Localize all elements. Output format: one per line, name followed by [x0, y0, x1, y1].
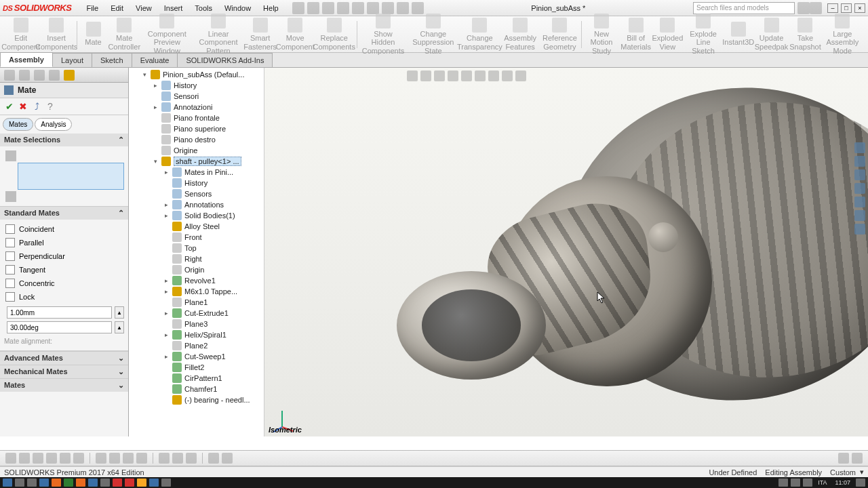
sw-icon[interactable]	[113, 479, 122, 487]
edge-icon[interactable]	[88, 479, 98, 487]
tree-item[interactable]: CirPattern1	[132, 373, 264, 384]
taskpane-explorer-icon[interactable]	[854, 169, 865, 180]
sk-arc-icon[interactable]	[46, 453, 57, 464]
cmd-snapshot[interactable]: Take Snapshot	[789, 16, 821, 52]
status-units[interactable]: Custom	[830, 468, 856, 476]
cmd-insert-components[interactable]: Insert Components	[37, 16, 75, 52]
mate-perpendicular[interactable]: Perpendicular	[4, 249, 124, 263]
mate-lock[interactable]: Lock	[4, 290, 124, 304]
volume-icon[interactable]	[803, 479, 812, 487]
cmd-exploded-view[interactable]: Exploded View	[652, 16, 683, 52]
sk-extend-icon[interactable]	[136, 453, 147, 464]
sw2-icon[interactable]	[125, 479, 134, 487]
tree-item[interactable]: Plane1	[132, 297, 264, 308]
pm-tab-display-icon[interactable]	[49, 70, 60, 81]
sk-point-icon[interactable]	[73, 453, 84, 464]
new-icon[interactable]	[307, 2, 319, 14]
tree-item[interactable]: Front	[132, 232, 264, 243]
tab-layout[interactable]: Layout	[52, 53, 92, 67]
settings-icon[interactable]	[397, 2, 409, 14]
sk-rel-icon[interactable]	[222, 453, 233, 464]
spin-up[interactable]: ▲	[115, 306, 124, 319]
network-icon[interactable]	[791, 479, 800, 487]
entity2-icon[interactable]	[5, 191, 16, 202]
cmd-smart-fasteners[interactable]: Smart Fasteners	[243, 16, 277, 52]
tree-item[interactable]: Piano superiore	[132, 123, 264, 134]
notifications-icon[interactable]	[856, 479, 865, 487]
tree-item-selected[interactable]: ▾shaft - pulley<1> ...	[132, 156, 264, 167]
tree-item[interactable]: ▸History	[132, 80, 264, 91]
cmd-motion-study[interactable]: New Motion Study	[583, 12, 620, 56]
taskpane-view-palette-icon[interactable]	[854, 183, 865, 194]
tree-item[interactable]: ▸Revolve1	[132, 275, 264, 286]
subtab-mates[interactable]: Mates	[3, 118, 33, 131]
tree-item[interactable]: ▸Cut-Sweep1	[132, 351, 264, 362]
clock[interactable]: 11:07	[835, 479, 850, 486]
cancel-button[interactable]: ✖	[18, 101, 28, 112]
feature-tree[interactable]: ▾Pinion_subAss (Defaul... ▸History Senso…	[129, 68, 264, 436]
sect-mechanical-mates[interactable]: Mechanical Mates⌄	[0, 365, 128, 378]
cmd-large-assembly[interactable]: Large Assembly Mode	[821, 12, 864, 56]
pin-icon[interactable]	[292, 2, 304, 14]
tree-item[interactable]: History	[132, 178, 264, 188]
sk-mirror-icon[interactable]	[159, 453, 170, 464]
tree-item[interactable]: ▸Solid Bodies(1)	[132, 210, 264, 221]
tree-item[interactable]: ▸Annotations	[132, 199, 264, 210]
tree-item[interactable]: ▸Mates in Pini...	[132, 167, 264, 178]
cmd-update-speedpak[interactable]: Update Speedpak	[753, 16, 790, 52]
pm-tab-property-icon[interactable]	[19, 70, 30, 81]
tree-item[interactable]: Sensori	[132, 91, 264, 102]
cmd-mate-controller[interactable]: Mate Controller	[108, 16, 140, 52]
undo-icon[interactable]	[367, 2, 379, 14]
sk-circle-icon[interactable]	[33, 453, 43, 464]
menu-file[interactable]: File	[81, 2, 104, 14]
lang-indicator[interactable]: ITA	[818, 479, 827, 486]
cmd-move-component[interactable]: Move Component	[277, 16, 313, 52]
tree-item[interactable]: (-) bearing - needl...	[132, 394, 264, 405]
chevron-down-icon[interactable]: ▾	[860, 468, 864, 476]
tab-assembly[interactable]: Assembly	[0, 52, 53, 67]
tree-item[interactable]: ▸Cut-Extrude1	[132, 308, 264, 319]
menu-help[interactable]: Help	[258, 2, 284, 14]
camera-icon[interactable]	[838, 453, 849, 464]
tray-icon[interactable]	[778, 479, 788, 487]
sk-chamfer-icon[interactable]	[109, 453, 120, 464]
app3-icon[interactable]	[161, 479, 171, 487]
close-button[interactable]: ×	[854, 3, 865, 13]
explorer-icon[interactable]	[39, 479, 49, 487]
sect-mates-list[interactable]: Mates⌄	[0, 378, 128, 392]
cmd-mate[interactable]: Mate	[79, 20, 108, 47]
firefox-icon[interactable]	[76, 479, 85, 487]
taskpane-design-lib-icon[interactable]	[854, 156, 865, 167]
sk-line-icon[interactable]	[5, 453, 16, 464]
cmd-instant3d[interactable]: Instant3D	[724, 20, 753, 47]
minimize-button[interactable]: –	[827, 3, 838, 13]
sect-mate-selections[interactable]: Mate Selections⌃	[0, 134, 128, 146]
cmd-explode-line[interactable]: Explode Line Sketch	[683, 12, 723, 56]
mail-icon[interactable]	[100, 479, 110, 487]
pushpin-icon[interactable]: ⤴	[31, 101, 42, 112]
mate-tangent[interactable]: Tangent	[4, 263, 124, 277]
tree-item[interactable]: Origine	[132, 145, 264, 156]
menu-edit[interactable]: Edit	[105, 2, 129, 14]
tree-item[interactable]: Piano destro	[132, 134, 264, 145]
redo-icon[interactable]	[382, 2, 394, 14]
cmd-assembly-features[interactable]: Assembly Features	[501, 16, 539, 52]
taskpane-custom-props-icon[interactable]	[854, 210, 865, 221]
cmd-linear-pattern[interactable]: Linear Component Pattern	[194, 12, 243, 56]
entity1-icon[interactable]	[5, 150, 16, 161]
app-icon[interactable]	[64, 479, 73, 487]
cortana-icon[interactable]	[15, 479, 24, 487]
tab-addins[interactable]: SOLIDWORKS Add-Ins	[177, 53, 273, 67]
store-icon[interactable]	[52, 479, 61, 487]
tree-item[interactable]: Alloy Steel	[132, 221, 264, 232]
tree-item[interactable]: Plane3	[132, 319, 264, 329]
sk-rect-icon[interactable]	[19, 453, 30, 464]
graphics-viewport[interactable]: Isometric	[264, 68, 868, 436]
cmd-component-preview[interactable]: Component Preview Window	[140, 12, 194, 56]
print-icon[interactable]	[352, 2, 364, 14]
mate-concentric[interactable]: Concentric	[4, 277, 124, 290]
pm-tab-feature-icon[interactable]	[4, 70, 15, 81]
distance-input[interactable]	[7, 306, 112, 319]
cmd-reference-geometry[interactable]: Reference Geometry	[539, 16, 580, 52]
